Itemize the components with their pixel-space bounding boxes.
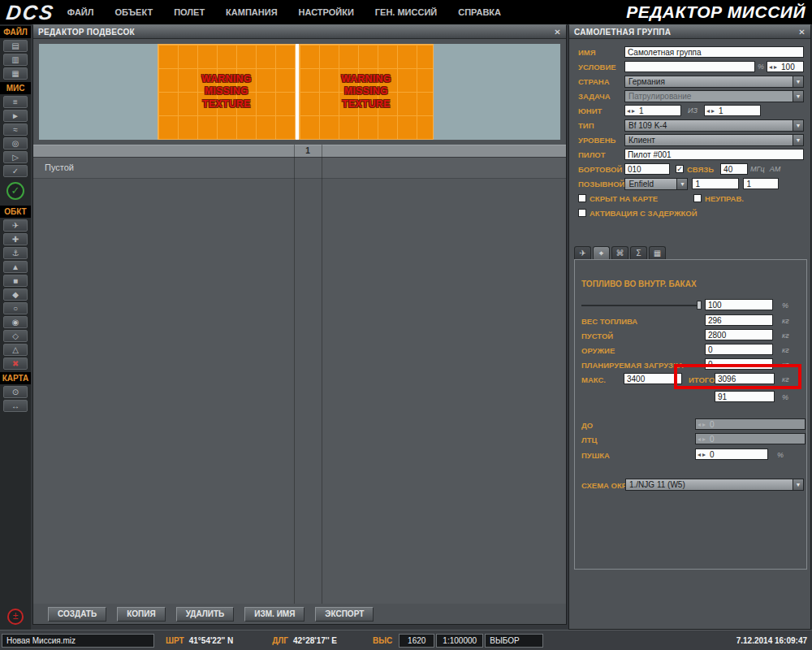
uncontrolled-checkbox[interactable] bbox=[693, 194, 702, 202]
stepper-arrows-icon[interactable]: ◂▸ bbox=[625, 107, 639, 115]
aircraft-type-value: Bf 109 K-4 bbox=[628, 121, 667, 130]
weather-icon[interactable]: ≈ bbox=[3, 124, 28, 136]
pilot-name-input[interactable] bbox=[624, 149, 804, 160]
delete-object-icon[interactable]: ✖ bbox=[3, 358, 28, 370]
briefing-icon[interactable]: ≡ bbox=[3, 96, 28, 108]
stepper-arrows-icon[interactable]: ◂▸ bbox=[767, 63, 781, 71]
menu-mission-generator[interactable]: ГЕН. МИССИЙ bbox=[375, 7, 437, 17]
trigger-zone-icon[interactable]: ○ bbox=[3, 302, 28, 314]
total-weight-input[interactable] bbox=[715, 373, 775, 384]
copy-button[interactable]: КОПИЯ bbox=[117, 607, 165, 622]
menu-flight[interactable]: ПОЛЕТ bbox=[174, 7, 205, 17]
select-mode-button[interactable]: ВЫБОР bbox=[485, 634, 543, 648]
slider-handle[interactable] bbox=[697, 301, 702, 310]
max-weight-input[interactable] bbox=[624, 373, 682, 384]
distance-tool-icon[interactable]: ↔ bbox=[3, 400, 28, 412]
map-options-icon[interactable]: ⊙ bbox=[3, 386, 28, 398]
create-button[interactable]: СОЗДАТЬ bbox=[48, 607, 106, 622]
loadout-row-empty[interactable]: Пустой bbox=[33, 158, 566, 179]
stepper-arrows-icon[interactable]: ◂▸ bbox=[696, 451, 710, 458]
tab-systems[interactable]: ⌘ bbox=[611, 246, 628, 260]
helicopter-group-icon[interactable]: ✚ bbox=[3, 233, 28, 245]
late-activation-label: АКТИВАЦИЯ С ЗАДЕРЖКОЙ bbox=[590, 209, 698, 218]
triggers-icon[interactable]: ▷ bbox=[3, 151, 28, 163]
group-name-input[interactable] bbox=[624, 46, 804, 58]
comm-checkbox[interactable]: ✓ bbox=[676, 165, 684, 173]
map-scale-field[interactable]: 1:100000 bbox=[436, 634, 483, 648]
missing-texture-tile-left: WARNING MISSING TEXTURE bbox=[158, 44, 296, 140]
callsign-dropdown[interactable]: Enfield ▼ bbox=[624, 178, 688, 190]
hidden-on-map-checkbox[interactable] bbox=[578, 194, 586, 202]
chevron-down-icon[interactable]: ▼ bbox=[793, 135, 803, 145]
livery-dropdown[interactable]: 1./NJG 11 (W5) ▼ bbox=[625, 479, 804, 491]
menu-settings[interactable]: НАСТРОЙКИ bbox=[299, 7, 354, 17]
chaff-stepper[interactable]: ◂▸ 0 bbox=[695, 418, 806, 430]
chevron-down-icon[interactable]: ▼ bbox=[793, 91, 803, 102]
column-divider bbox=[322, 145, 322, 604]
chevron-down-icon[interactable]: ▼ bbox=[793, 76, 803, 87]
flare-stepper[interactable]: ◂▸ 0 bbox=[695, 433, 806, 444]
bullseye-icon[interactable]: ◉ bbox=[3, 316, 28, 328]
mission-filename-field[interactable]: Новая Миссия.miz bbox=[2, 634, 154, 648]
tab-payload[interactable]: ⌖ bbox=[593, 246, 610, 260]
open-mission-icon[interactable]: ▥ bbox=[3, 54, 28, 66]
close-icon[interactable]: ✕ bbox=[798, 28, 806, 37]
fuel-weight-input[interactable] bbox=[705, 314, 773, 326]
callsign-number-2-input[interactable] bbox=[743, 178, 779, 189]
country-dropdown[interactable]: Германия ▼ bbox=[624, 76, 804, 88]
callsign-number-1-input[interactable] bbox=[692, 178, 739, 189]
ship-group-icon[interactable]: ⚓ bbox=[3, 247, 28, 259]
group-template-icon[interactable]: ◆ bbox=[3, 288, 28, 301]
airplane-group-icon[interactable]: ✈ bbox=[3, 219, 28, 232]
fuel-qty-slider[interactable] bbox=[581, 301, 702, 310]
close-icon[interactable]: ✕ bbox=[554, 28, 561, 37]
unit-count-stepper[interactable]: ◂▸ 1 bbox=[624, 105, 681, 116]
menu-campaign[interactable]: КАМПАНИЯ bbox=[226, 7, 277, 17]
group-tabbar: ✈ ⌖ ⌘ Σ ▦ bbox=[574, 246, 666, 260]
fly-mission-icon[interactable]: ✓ bbox=[6, 182, 24, 200]
task-dropdown[interactable]: Патрулирование ▼ bbox=[624, 90, 804, 102]
tab-summary[interactable]: Σ bbox=[630, 246, 647, 260]
sead-zone-icon[interactable]: △ bbox=[3, 344, 28, 356]
aircraft-type-dropdown[interactable]: Bf 109 K-4 ▼ bbox=[624, 119, 804, 132]
vehicle-group-icon[interactable]: ▲ bbox=[3, 261, 28, 273]
total-percent-input[interactable] bbox=[715, 391, 775, 402]
new-mission-icon[interactable]: ▤ bbox=[3, 40, 28, 52]
mission-options-icon[interactable]: ► bbox=[3, 110, 28, 122]
mission-goals-icon[interactable]: ◎ bbox=[3, 137, 28, 150]
save-mission-icon[interactable]: ▦ bbox=[3, 67, 28, 80]
chevron-down-icon[interactable]: ▼ bbox=[676, 179, 687, 189]
frequency-input[interactable] bbox=[720, 163, 748, 175]
static-object-icon[interactable]: ■ bbox=[3, 275, 28, 287]
gun-stepper[interactable]: ◂▸ 0 bbox=[695, 448, 768, 460]
condition-probability-stepper[interactable]: ◂▸ 100 bbox=[767, 61, 804, 72]
menu-help[interactable]: СПРАВКА bbox=[458, 7, 501, 17]
altitude-label: ВЫС bbox=[373, 636, 392, 645]
weapons-weight-input[interactable] bbox=[705, 344, 773, 355]
chevron-down-icon[interactable]: ▼ bbox=[793, 479, 803, 490]
skill-dropdown[interactable]: Клиент ▼ bbox=[624, 134, 804, 146]
menu-object[interactable]: ОБЪЕКТ bbox=[114, 7, 153, 17]
tab-waypoints[interactable]: ✈ bbox=[574, 246, 591, 260]
board-number-input[interactable] bbox=[624, 163, 670, 175]
empty-weight-input[interactable] bbox=[705, 329, 773, 340]
late-activation-checkbox[interactable] bbox=[578, 209, 586, 217]
menu-file[interactable]: ФАЙЛ bbox=[67, 7, 94, 17]
rename-button[interactable]: ИЗМ. ИМЯ bbox=[244, 607, 304, 622]
connection-status-icon[interactable]: ± bbox=[7, 609, 24, 625]
percent-unit: % bbox=[777, 451, 784, 459]
planned-load-input[interactable] bbox=[705, 358, 773, 370]
delete-button[interactable]: УДАЛИТЬ bbox=[176, 607, 235, 622]
tab-preview[interactable]: ▦ bbox=[649, 246, 666, 260]
stepper-arrows-icon[interactable]: ◂▸ bbox=[705, 107, 719, 115]
condition-input[interactable] bbox=[624, 61, 755, 72]
unit-total-stepper[interactable]: ◂▸ 1 bbox=[704, 105, 761, 116]
pylon-number-header: 1 bbox=[292, 146, 324, 155]
chevron-down-icon[interactable]: ▼ bbox=[793, 120, 803, 131]
sidebar-section: ✓ bbox=[0, 178, 31, 204]
mission-check-icon[interactable]: ✓ bbox=[3, 165, 28, 177]
altitude-field[interactable]: 1620 bbox=[399, 634, 434, 648]
export-button[interactable]: ЭКСПОРТ bbox=[315, 607, 374, 622]
fuel-percent-input[interactable] bbox=[705, 299, 773, 310]
farp-icon[interactable]: ◇ bbox=[3, 330, 28, 342]
